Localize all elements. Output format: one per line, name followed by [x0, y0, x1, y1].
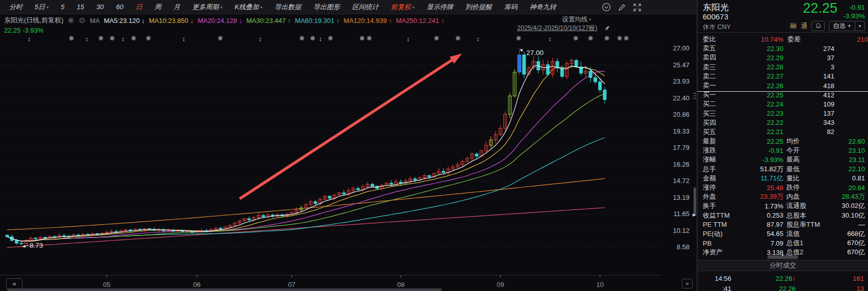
menu-adjust-mode[interactable]: 前复权▾	[385, 3, 421, 12]
y-axis-label: 27.00	[673, 44, 690, 52]
y-axis-label: 25.47	[673, 61, 690, 69]
scroll-right-button[interactable]: »	[682, 279, 693, 288]
bid-row[interactable]: 买三22.23137	[698, 109, 868, 118]
collapse-panel-arrow[interactable]: ▶	[693, 213, 696, 217]
tab-30min[interactable]: 30	[90, 3, 110, 11]
btn-show-suspended[interactable]: 显示停牌	[421, 3, 459, 12]
close-indicator-icon[interactable]	[79, 17, 86, 24]
weibi-value: 10.74%	[734, 36, 783, 43]
scroll-left-button[interactable]: «	[6, 278, 22, 289]
stats-grid: 最新22.25均价22.60 涨跌-0.91今开23.10 涨幅-3.93%最高…	[698, 137, 868, 257]
ma5-value: MA5:23.120 ↓	[104, 17, 145, 24]
y-axis-label: 10.12	[673, 227, 690, 234]
collapse-arrow-icon: ▲	[768, 253, 798, 256]
add-watchlist-button[interactable]: 自选 +▼	[829, 21, 865, 31]
y-axis-label: 11.65	[673, 210, 690, 218]
trade-row[interactable]: 14:56 22.26↑ 161	[698, 273, 868, 283]
panel-scrollbar-thumb[interactable]	[694, 188, 696, 216]
btn-magic-nine[interactable]: 神奇九转	[524, 3, 563, 12]
tab-5day[interactable]: 5日▾	[29, 3, 55, 12]
chevron-down-icon: ▼	[855, 24, 864, 29]
stat-row: PE(动)54.65流值668亿	[698, 229, 868, 239]
chevron-down-icon: ▾	[220, 5, 222, 10]
tab-timeshare[interactable]: 分时	[3, 3, 29, 12]
ma-settings-button[interactable]: 设置均线▾	[562, 15, 591, 24]
market-status: 休市 CNY	[703, 23, 731, 32]
y-axis-label: 14.72	[673, 177, 690, 184]
trading-terminal: 分时 5日▾ 5 15 30 60 日 周 月 更多周期▾ K线叠加▾ 导出数据…	[0, 0, 868, 291]
svg-text:09: 09	[497, 281, 504, 288]
y-axis-label: 16.26	[673, 161, 690, 168]
tab-monthly[interactable]: 月	[167, 3, 186, 12]
gear-icon[interactable]	[67, 17, 74, 24]
svg-text:↕: ↕	[319, 36, 322, 43]
margin-badge: 融	[790, 21, 797, 31]
y-axis-label: 8.58	[677, 243, 690, 251]
y-axis-label: 22.40	[673, 94, 690, 102]
stat-row: PE TTM87.97股息率TTM—	[698, 220, 868, 229]
svg-text:07: 07	[288, 281, 295, 288]
chevron-down-icon: ▾	[46, 5, 48, 10]
chart-title: 东阳光(日线,前复权)	[4, 16, 63, 25]
tick-trades-header[interactable]: 分时成交	[698, 260, 868, 271]
tab-60min[interactable]: 60	[110, 3, 129, 11]
ma30-value: MA30:23.447 ↑	[246, 17, 291, 24]
ask-row[interactable]: 卖三22.283	[698, 63, 868, 72]
ma120-value: MA120:14.939 ↑	[344, 17, 392, 24]
horizontal-scrollbar[interactable]	[7, 288, 442, 291]
svg-text:↕: ↕	[121, 36, 124, 43]
draw-pen-icon[interactable]	[618, 3, 626, 12]
quote-panel: 东阳光 600673 休市 CNY 22.25 -0.91 -3.93% 融 通…	[698, 0, 868, 291]
alert-bell-button[interactable]	[811, 21, 825, 31]
trade-row[interactable]: :41 22.26 13	[698, 283, 868, 291]
kline-chart[interactable]: 050607080910↕↕↕↕↕↕↕↕↕27.008.73	[0, 29, 661, 291]
svg-text:↕: ↕	[548, 36, 551, 43]
tab-daily[interactable]: 日	[130, 3, 148, 12]
btn-price-alert[interactable]: 到价提醒	[459, 3, 498, 12]
ma250-value: MA250:12.241 ↑	[396, 17, 445, 24]
tab-15min[interactable]: 15	[70, 3, 90, 11]
connect-badge: 通	[801, 21, 807, 31]
price-change-pct: -3.93%	[838, 12, 865, 20]
stat-row: 换手1.73%流通股30.02亿	[698, 201, 868, 210]
y-axis-label: 13.19	[673, 194, 690, 201]
chevron-down-icon: ▾	[589, 17, 591, 22]
stat-row: 涨停25.48跌停20.84	[698, 183, 868, 192]
committee-row: 委比 10.74% 委差 210	[698, 35, 868, 44]
collapse-handle[interactable]: ▲	[768, 255, 798, 259]
bid-row[interactable]: 买五22.2182	[698, 127, 868, 137]
bid-row[interactable]: 买二22.24109	[698, 99, 868, 109]
tab-5min[interactable]: 5	[55, 3, 70, 11]
stat-row: 收益TTM0.253总股本30.10亿	[698, 211, 868, 220]
stat-row: 外盘23.39万内盘28.43万	[698, 192, 868, 201]
ask-row[interactable]: 卖二22.27141	[698, 72, 868, 81]
price-axis: 27.00 25.47 23.93 22.40 20.86 19.33 17.7…	[662, 0, 694, 291]
btn-export-data[interactable]: 导出数据	[269, 3, 308, 12]
ask-row[interactable]: 卖一22.26418	[698, 81, 868, 90]
btn-export-image[interactable]: 导出图形	[308, 3, 346, 12]
splitter-grip-icon[interactable]	[693, 92, 697, 99]
btn-range-stats[interactable]: 区间统计	[346, 3, 385, 12]
menu-kline-overlay[interactable]: K线叠加▾	[228, 3, 269, 12]
fullscreen-icon[interactable]	[633, 3, 642, 12]
ma-group-label[interactable]: MA	[90, 17, 100, 24]
svg-text:08: 08	[397, 281, 404, 288]
order-book: 委比 10.74% 委差 210 卖五22.30274 卖四22.2937 卖三…	[698, 35, 868, 137]
tick-trades-list: 14:56 22.26↑ 161 :41 22.26 13	[698, 273, 868, 291]
ask-row[interactable]: 卖五22.30274	[698, 44, 868, 53]
ask-row[interactable]: 卖四22.2937	[698, 53, 868, 62]
circle-chevron-icon[interactable]	[602, 3, 611, 12]
ma10-value: MA10:23.850 ↓	[149, 17, 193, 24]
btn-chips[interactable]: 筹码	[498, 3, 524, 12]
y-axis-label: 23.93	[673, 77, 690, 85]
bid-row[interactable]: 买四22.22343	[698, 118, 868, 127]
y-axis-label: 17.79	[673, 144, 690, 151]
stat-row: PB7.09总值1670亿	[698, 239, 868, 248]
stat-row: 总手51.82万最低22.10	[698, 165, 868, 174]
period-toolbar: 分时 5日▾ 5 15 30 60 日 周 月 更多周期▾ K线叠加▾ 导出数据…	[0, 0, 697, 14]
svg-text:↕: ↕	[182, 36, 185, 43]
stat-row: 最新22.25均价22.60	[698, 137, 868, 146]
menu-more-periods[interactable]: 更多周期▾	[186, 3, 228, 12]
bell-icon	[815, 23, 821, 29]
tab-weekly[interactable]: 周	[148, 3, 167, 12]
